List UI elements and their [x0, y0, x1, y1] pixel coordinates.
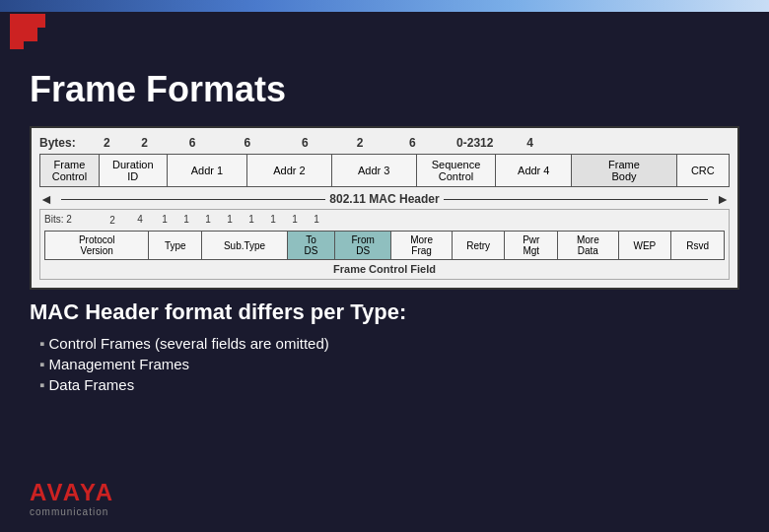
fc-cell-wep: WEP [618, 232, 671, 260]
cell-frame-body: FrameBody [572, 155, 676, 187]
bytes-label: Bytes: 2 2 6 6 6 2 6 0-2312 4 [39, 136, 730, 150]
cell-frame-control: FrameControl [40, 155, 100, 187]
bullet-item-1: Control Frames (several fields are omitt… [39, 335, 739, 352]
cell-duration-id: DurationID [99, 155, 167, 187]
logo-squares [10, 14, 59, 63]
avaya-sub: communication [30, 506, 114, 517]
fc-cell-more-frag: MoreFrag [391, 232, 452, 260]
bullet-list: Control Frames (several fields are omitt… [30, 335, 739, 393]
arrow-right-icon: ► [716, 191, 730, 207]
page-title: Frame Formats [30, 69, 739, 110]
cell-addr2: Addr 2 [247, 155, 332, 187]
fc-cell-subtype: Sub.Type [202, 232, 288, 260]
bits-label: Bits: 2 [44, 214, 99, 227]
main-content: Frame Formats Bytes: 2 2 6 6 6 2 6 0-231… [30, 69, 739, 397]
fc-cell-pwr-mgt: PwrMgt [505, 232, 558, 260]
fc-cell-type: Type [149, 232, 202, 260]
frame-control-detail: Bits: 2 2 4 1 1 1 1 1 1 1 1 ProtocolVers… [39, 209, 730, 280]
arrow-line-left [61, 199, 325, 200]
top-bar [0, 0, 769, 12]
frame-table-container: Bytes: 2 2 6 6 6 2 6 0-2312 4 FrameContr… [30, 126, 739, 290]
logo-sq2 [32, 14, 45, 28]
bits-header-row: Bits: 2 2 4 1 1 1 1 1 1 1 1 [44, 214, 725, 227]
bullet-text-1: Control Frames (several fields are omitt… [49, 335, 329, 352]
section-title: MAC Header format differs per Type: [30, 299, 739, 325]
mac-header-arrow: ◄ 802.11 MAC Header ► [39, 191, 730, 207]
fc-row: ProtocolVersion Type Sub.Type ToDS FromD… [45, 232, 725, 260]
fc-cell-protocol: ProtocolVersion [45, 232, 149, 260]
logo-sq3 [10, 35, 24, 49]
fc-cell-retry: Retry [452, 232, 505, 260]
bytes-text: Bytes: [39, 136, 76, 150]
fc-table: ProtocolVersion Type Sub.Type ToDS FromD… [44, 231, 725, 260]
cell-seq-control: SequenceControl [416, 155, 496, 187]
arrow-left-icon: ◄ [39, 191, 53, 207]
fc-cell-more-data: MoreData [558, 232, 618, 260]
bullet-text-2: Management Frames [49, 356, 190, 372]
bullet-item-3: Data Frames [39, 376, 739, 393]
cell-crc: CRC [676, 155, 729, 187]
fc-cell-from-ds: FromDS [334, 232, 391, 260]
mac-header-row: FrameControl DurationID Addr 1 Addr 2 Ad… [40, 155, 730, 187]
fc-cell-rsvd: Rsvd [671, 232, 725, 260]
cell-addr4: Addr 4 [496, 155, 572, 187]
mac-header-table: FrameControl DurationID Addr 1 Addr 2 Ad… [39, 154, 730, 187]
bullet-item-2: Management Frames [39, 356, 739, 372]
avaya-name: AVAYA [30, 479, 114, 506]
cell-addr1: Addr 1 [167, 155, 246, 187]
fc-footer-label: Frame Control Field [44, 263, 725, 275]
cell-addr3: Addr 3 [331, 155, 416, 187]
mac-header-label: 802.11 MAC Header [329, 192, 439, 206]
bullet-text-3: Data Frames [49, 376, 135, 393]
arrow-line-right [444, 199, 708, 200]
avaya-logo: AVAYA communication [30, 479, 114, 517]
fc-cell-to-ds: ToDS [287, 232, 334, 260]
